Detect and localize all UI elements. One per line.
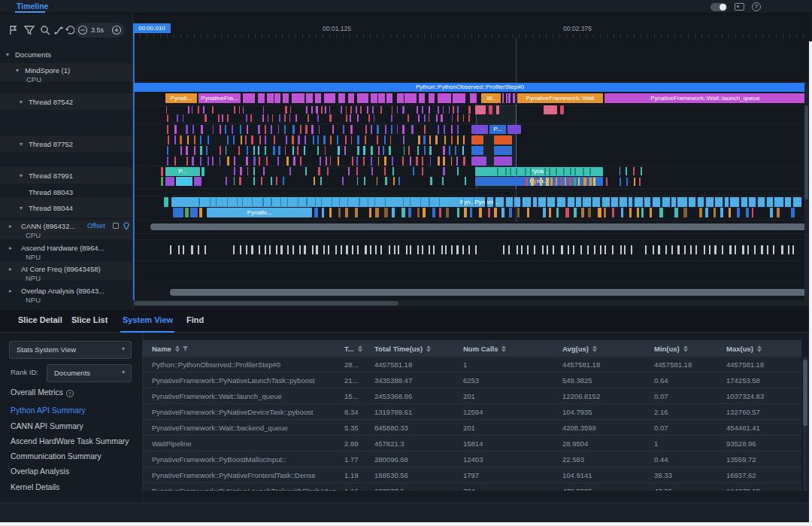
timeline-segment[interactable]: Pynativ... xyxy=(207,208,312,217)
sort-icon[interactable] xyxy=(175,345,180,352)
sort-icon[interactable] xyxy=(757,345,762,352)
overlap-scrollbar[interactable] xyxy=(170,289,806,296)
filter-icon[interactable] xyxy=(23,24,37,38)
cann-scrollbar[interactable] xyxy=(150,223,806,230)
timeline-segment[interactable] xyxy=(475,105,486,114)
timeline-segment[interactable] xyxy=(471,135,483,144)
tree-row-cpu[interactable]: CPU xyxy=(0,74,132,85)
timeline-segment[interactable] xyxy=(471,146,483,155)
offset-checkbox[interactable] xyxy=(113,223,119,229)
tree-row-thread-87991[interactable]: ▾Thread 87991 xyxy=(0,171,132,181)
timeline-segment[interactable]: Python::PythonObserved::ProfilerStep#0 xyxy=(134,83,806,92)
menu-item-ascend-hardware-task-summary[interactable]: Ascend HardWare Task Summary xyxy=(11,436,129,445)
zoom-out-icon[interactable] xyxy=(77,25,91,38)
menu-item-python-api-summary[interactable]: Python API Summary xyxy=(11,406,86,415)
timeline-segment[interactable] xyxy=(161,167,163,176)
column-header-avgus[interactable]: Avg(us) xyxy=(562,345,654,353)
table-row[interactable]: PynativeFramework::PyBoostMallocInput::1… xyxy=(143,452,801,467)
menu-item-cann-api-summary[interactable]: CANN API Summary xyxy=(11,421,83,430)
screenshot-icon[interactable] xyxy=(735,3,744,11)
timeline-segment[interactable]: P... xyxy=(489,125,506,134)
timeline-segment[interactable] xyxy=(544,105,557,114)
sort-icon[interactable] xyxy=(592,345,597,352)
table-row[interactable]: PynativeFramework::Wait::launch_queue15.… xyxy=(143,388,801,404)
tree-row-cpu[interactable]: CPU xyxy=(0,230,132,241)
timeline-segment[interactable] xyxy=(173,208,183,217)
timeline-segment[interactable] xyxy=(164,197,168,207)
timeline-segment[interactable] xyxy=(199,208,202,217)
timeline-segment[interactable] xyxy=(185,208,189,217)
tab-timeline[interactable]: Timeline xyxy=(17,2,48,11)
timeline-segment[interactable] xyxy=(165,177,174,186)
caret-down-icon[interactable]: ▾ xyxy=(20,139,23,149)
help-icon[interactable]: ? xyxy=(752,2,761,11)
pin-icon[interactable] xyxy=(123,222,130,230)
table-row[interactable]: WaitPipeline2.89457821.31581428.95041935… xyxy=(143,436,801,452)
timeline-segment[interactable] xyxy=(176,177,192,186)
caret-down-icon[interactable]: ▾ xyxy=(20,203,23,213)
tree-row-thread-87752[interactable]: ▾Thread 87752 xyxy=(0,139,132,150)
caret-down-icon[interactable]: ▾ xyxy=(20,171,23,181)
column-header-name[interactable]: Name xyxy=(143,345,344,353)
bottom-tab-system-view[interactable]: System View xyxy=(123,315,173,324)
timeline-segment[interactable]: W.. xyxy=(481,93,501,103)
timeline-segment[interactable]: Pynati... xyxy=(165,93,197,103)
tree-row-npu[interactable]: NPU xyxy=(0,273,132,284)
sort-icon[interactable] xyxy=(683,345,688,352)
menu-item-kernel-details[interactable]: Kernel Details xyxy=(11,482,59,491)
column-header-t[interactable]: T... xyxy=(344,345,374,353)
tree-row-documents[interactable]: ▾Documents xyxy=(0,50,132,60)
timeline-segment[interactable] xyxy=(194,177,201,186)
table-row[interactable]: Python::PythonObserved::ProfilerStep#028… xyxy=(143,357,801,372)
caret-down-icon[interactable]: ▾ xyxy=(20,97,23,107)
timeline-segment[interactable]: Pyn... xyxy=(451,197,484,207)
rank-id-select[interactable]: Documents ▾ xyxy=(47,364,132,382)
timeline-segment[interactable] xyxy=(471,157,486,166)
timeline-segment[interactable]: PynativeFramework::Wait xyxy=(517,93,603,103)
timeline-vscrollbar-thumb[interactable] xyxy=(804,105,808,199)
timeline-segment[interactable] xyxy=(508,125,521,134)
table-row[interactable]: PynativeFramework::PyNativeFrontendTask:… xyxy=(143,467,801,483)
stats-view-select[interactable]: Stats System View ▾ xyxy=(9,341,132,359)
filter-icon[interactable] xyxy=(182,345,189,352)
menu-item-overall-metrics[interactable]: Overall Metrics? xyxy=(11,388,74,397)
timeline-segment[interactable] xyxy=(494,135,512,144)
table-row[interactable]: PynativeFramework::PyNativeDeviceTask::p… xyxy=(143,404,801,420)
menu-item-communication-summary[interactable]: Communication Summary xyxy=(11,452,102,461)
timeline-segment[interactable] xyxy=(496,105,499,114)
timeline-segment[interactable] xyxy=(489,105,492,114)
table-row[interactable]: PynativeFramework::PyNativeLaunchTask::p… xyxy=(143,372,801,388)
timeline-segment[interactable]: PynativeFra... xyxy=(198,93,241,103)
tree-row-thread-87542[interactable]: ▾Thread 87542 xyxy=(0,97,132,108)
timeline-segment[interactable] xyxy=(201,167,205,176)
zoom-in-icon[interactable] xyxy=(111,25,125,38)
tree-row-npu[interactable]: NPU xyxy=(0,295,132,306)
timeline-segment[interactable] xyxy=(560,105,564,114)
theme-toggle[interactable] xyxy=(710,3,727,11)
sort-icon[interactable] xyxy=(358,345,362,352)
bottom-tab-find[interactable]: Find xyxy=(186,315,204,324)
timeline-segment[interactable] xyxy=(494,146,512,155)
timeline-segment[interactable] xyxy=(190,208,198,217)
column-header-numcalls[interactable]: Num Calls xyxy=(463,345,562,353)
table-row[interactable]: PynativeFramework::Wait::backend_queue5.… xyxy=(143,420,801,436)
bottom-tab-slice-detail[interactable]: Slice Detail xyxy=(18,315,62,324)
column-header-minus[interactable]: Min(us) xyxy=(654,345,726,353)
search-icon[interactable] xyxy=(39,24,53,38)
column-header-totaltimeus[interactable]: Total Time(us) xyxy=(374,345,463,353)
tree-row-npu[interactable]: NPU xyxy=(0,252,132,263)
table-vscrollbar-thumb[interactable] xyxy=(803,360,807,426)
bottom-tab-slice-list[interactable]: Slice List xyxy=(71,315,108,324)
timeline-segment[interactable] xyxy=(161,177,163,186)
sort-icon[interactable] xyxy=(426,345,431,352)
timeline-segment[interactable] xyxy=(471,125,488,134)
tree-row-thread-88044[interactable]: ▾Thread 88044 xyxy=(0,203,132,214)
sort-icon[interactable] xyxy=(501,345,506,352)
timeline-hscrollbar-thumb[interactable] xyxy=(134,301,398,306)
help-icon[interactable]: ? xyxy=(66,390,74,397)
timeline-segment[interactable]: P... xyxy=(165,167,200,176)
flag-icon[interactable] xyxy=(8,24,21,38)
tree-row-thread-88043[interactable]: Thread 88043 xyxy=(0,187,132,198)
timeline-segment[interactable] xyxy=(494,157,512,166)
caret-down-icon[interactable]: ▾ xyxy=(6,50,9,59)
